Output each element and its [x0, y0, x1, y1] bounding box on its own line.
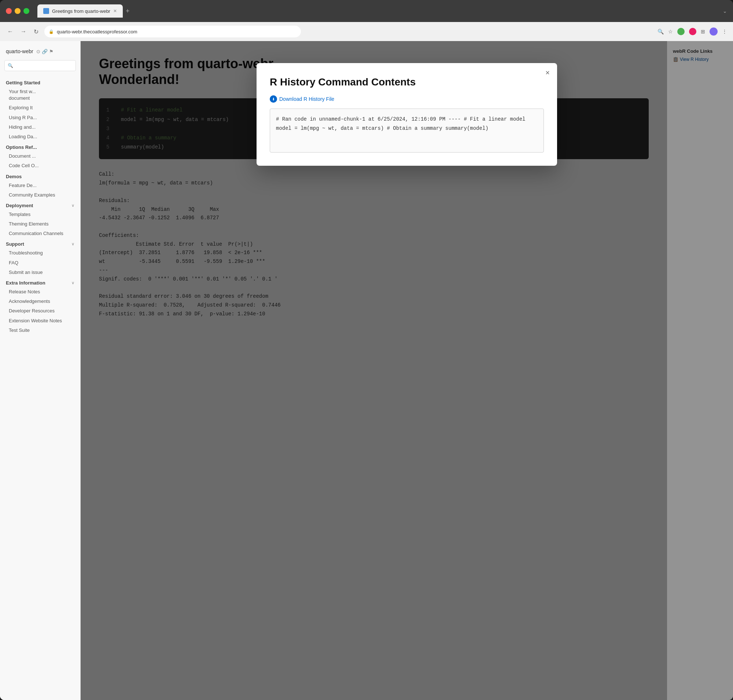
address-bar-row: ← → ↻ 🔒 quarto-webr.thecoatlessprofessor… [0, 22, 733, 41]
sidebar-item-troubleshooting[interactable]: Troubleshooting [0, 248, 80, 258]
title-bar: Greetings from quarto-webr ✕ + ⌄ [0, 0, 733, 22]
history-content: # Ran code in unnamed-chunk-1 at 6/25/20… [270, 109, 544, 153]
traffic-lights [6, 8, 29, 14]
sidebar-item-acknowledgements[interactable]: Acknowledgements [0, 297, 80, 306]
extra-chevron: ∨ [72, 281, 74, 285]
download-label: Download R History File [279, 96, 334, 102]
sidebar-section-demos: Demos [0, 171, 80, 181]
extra-label: Extra Information [6, 280, 46, 286]
sidebar-item-test-suite[interactable]: Test Suite [0, 326, 80, 335]
search-icon: 🔍 [8, 63, 13, 68]
menu-icon[interactable]: ⋮ [722, 29, 727, 34]
sidebar-section-deployment[interactable]: Deployment ∨ [0, 200, 80, 210]
browser-frame: Greetings from quarto-webr ✕ + ⌄ ← → ↻ 🔒… [0, 0, 733, 700]
tab-bar: Greetings from quarto-webr ✕ + ⌄ [37, 4, 727, 18]
profile-icon[interactable] [709, 28, 718, 35]
logo-icons: ⊙ 🔗 ⚑ [36, 49, 53, 54]
tab-close-icon[interactable]: ✕ [113, 9, 117, 13]
sidebar-item-exploring[interactable]: Exploring It [0, 103, 80, 113]
active-tab[interactable]: Greetings from quarto-webr ✕ [37, 4, 123, 18]
browser-content: quarto-webr ⊙ 🔗 ⚑ 🔍 Getting Started Your… [0, 41, 733, 700]
deployment-chevron: ∨ [72, 203, 74, 208]
sidebar-section-extra[interactable]: Extra Information ∨ [0, 277, 80, 287]
sidebar-item-extension-notes[interactable]: Extension Website Notes [0, 316, 80, 326]
sidebar-item-hiding[interactable]: Hiding and... [0, 122, 80, 132]
github-icon[interactable]: ⊙ [36, 49, 40, 54]
deployment-label: Deployment [6, 203, 33, 208]
sidebar-item-templates[interactable]: Templates [0, 210, 80, 219]
modal-close-button[interactable]: × [545, 69, 550, 76]
sidebar-item-theming[interactable]: Theming Elements [0, 219, 80, 229]
tab-favicon [43, 8, 49, 14]
support-chevron: ∨ [72, 242, 74, 246]
sidebar-item-document[interactable]: Document ... [0, 151, 80, 161]
address-bar[interactable]: 🔒 quarto-webr.thecoatlessprofessor.com [44, 26, 301, 37]
download-link[interactable]: ⬇ Download R History File [270, 96, 334, 103]
history-text: # Ran code in unnamed-chunk-1 at 6/25/20… [276, 116, 526, 131]
sidebar-item-first-doc[interactable]: Your first w...document [0, 87, 80, 103]
search-icon[interactable]: 🔍 [658, 29, 664, 34]
sidebar-item-feature-demo[interactable]: Feature De... [0, 181, 80, 190]
logo-text: quarto-webr [6, 49, 33, 54]
url-text: quarto-webr.thecoatlessprofessor.com [57, 29, 137, 34]
sidebar-section-support[interactable]: Support ∨ [0, 238, 80, 248]
sidebar-item-communication[interactable]: Communication Channels [0, 229, 80, 238]
sidebar-item-using-r[interactable]: Using R Pa... [0, 113, 80, 122]
forward-button[interactable]: → [19, 27, 28, 36]
refresh-button[interactable]: ↻ [32, 27, 40, 37]
sidebar-item-developer-resources[interactable]: Developer Resources [0, 306, 80, 316]
minimize-button[interactable] [15, 8, 21, 14]
extension-icon-1[interactable] [677, 28, 685, 35]
sidebar-item-community[interactable]: Community Examples [0, 190, 80, 200]
sidebar: quarto-webr ⊙ 🔗 ⚑ 🔍 Getting Started Your… [0, 41, 81, 700]
close-button[interactable] [6, 8, 12, 14]
tab-expand-icon: ⌄ [723, 8, 727, 14]
sidebar-section-getting-started: Getting Started [0, 77, 80, 87]
sidebar-item-submit-issue[interactable]: Submit an issue [0, 268, 80, 277]
download-icon: ⬇ [270, 96, 277, 103]
flag-icon[interactable]: ⚑ [49, 49, 53, 54]
support-label: Support [6, 241, 24, 247]
modal-overlay[interactable]: × R History Command Contents ⬇ Download … [81, 41, 733, 700]
sidebar-logo: quarto-webr ⊙ 🔗 ⚑ [0, 49, 80, 60]
modal-title: R History Command Contents [270, 76, 544, 88]
secure-icon: 🔒 [49, 29, 54, 34]
maximize-button[interactable] [24, 8, 29, 14]
extensions-icon[interactable]: ⊞ [701, 29, 705, 34]
extension-icon-2[interactable] [689, 28, 696, 35]
sidebar-item-code-cell[interactable]: Code Cell O... [0, 161, 80, 171]
tab-title: Greetings from quarto-webr [52, 9, 110, 14]
modal: × R History Command Contents ⬇ Download … [257, 63, 557, 166]
link-icon[interactable]: 🔗 [42, 49, 48, 54]
back-button[interactable]: ← [6, 27, 15, 36]
sidebar-item-loading[interactable]: Loading Da... [0, 132, 80, 141]
sidebar-section-options: Options Ref... [0, 141, 80, 151]
browser-actions: 🔍 ☆ ⊞ ⋮ [658, 28, 727, 35]
bookmark-icon[interactable]: ☆ [668, 29, 673, 34]
sidebar-item-release-notes[interactable]: Release Notes [0, 287, 80, 297]
sidebar-item-faq[interactable]: FAQ [0, 258, 80, 268]
new-tab-button[interactable]: + [126, 7, 130, 15]
sidebar-search[interactable]: 🔍 [4, 60, 76, 71]
